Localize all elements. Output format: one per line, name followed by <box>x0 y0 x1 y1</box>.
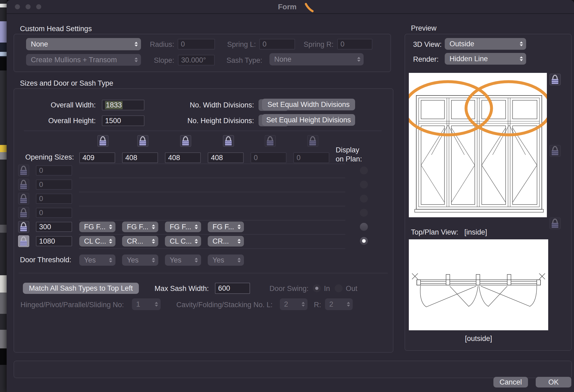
sash-bottom-4-select[interactable]: CR... <box>208 236 244 247</box>
render-select[interactable]: Hidden Line <box>445 53 526 65</box>
head-preset-select[interactable]: None <box>26 38 141 50</box>
grid-line <box>79 220 345 220</box>
grid-line <box>79 248 345 249</box>
bg-sliver <box>0 275 7 293</box>
width-opening-2-field[interactable]: 408 <box>122 152 158 163</box>
bg-sliver <box>0 348 7 365</box>
bg-sliver <box>0 145 7 152</box>
row-lock-3-icon[interactable] <box>550 218 561 229</box>
sash-bottom-3-select[interactable]: CL C... <box>165 236 201 247</box>
overall-width-field[interactable]: 1833 <box>102 100 144 110</box>
height-opening-1-field[interactable]: 0 <box>36 165 72 176</box>
view-3d-select[interactable]: Outside <box>445 38 526 50</box>
slope-field[interactable]: 30.000° <box>178 55 215 65</box>
height-opening-4-field[interactable]: 0 <box>36 208 72 218</box>
door-swing-in-label: In <box>324 285 330 293</box>
sash-top-3-select[interactable]: FG F... <box>165 222 201 232</box>
width-opening-6-field[interactable]: 0 <box>293 152 329 163</box>
plan-preview-image <box>409 239 548 330</box>
threshold-2-select[interactable]: Yes <box>122 255 158 266</box>
chevron-up-down-icon <box>135 57 138 62</box>
width-opening-5-field[interactable]: 0 <box>251 152 286 163</box>
width-lock-5-icon[interactable] <box>265 135 276 147</box>
width-lock-4-icon[interactable] <box>223 135 234 147</box>
height-lock-3-icon[interactable] <box>18 193 29 205</box>
hinged-no-value: 1 <box>136 300 140 308</box>
row-lock-2-icon[interactable] <box>550 145 561 157</box>
sash-type-select[interactable]: None <box>269 53 364 65</box>
display-plan-radio-1[interactable] <box>360 166 368 174</box>
height-opening-5-field[interactable]: 300 <box>36 222 72 232</box>
sash-bottom-1-select[interactable]: CL C... <box>79 236 115 247</box>
display-plan-radio-6[interactable] <box>360 237 368 245</box>
display-on-plan-label-2: on Plan: <box>336 155 362 163</box>
height-lock-5-icon[interactable] <box>18 221 29 233</box>
width-opening-3-field[interactable]: 408 <box>165 152 201 163</box>
orange-annotation-swoosh <box>304 3 314 12</box>
door-swing-in-radio[interactable] <box>313 284 321 292</box>
threshold-1-select[interactable]: Yes <box>79 255 115 266</box>
display-plan-radio-4[interactable] <box>360 209 368 217</box>
height-lock-2-icon[interactable] <box>18 179 29 190</box>
sash-type-label: Sash Type: <box>223 56 262 65</box>
sash-bottom-2-select[interactable]: CR... <box>122 236 158 247</box>
width-opening-1-field[interactable]: 409 <box>79 152 115 163</box>
spring-l-field[interactable]: 0 <box>259 39 295 49</box>
sash-top-2-select[interactable]: FG F... <box>122 222 158 232</box>
sash-top-3-value: FG F... <box>170 223 191 231</box>
height-lock-1-icon[interactable] <box>18 165 29 176</box>
display-plan-radio-2[interactable] <box>360 181 368 189</box>
height-divisions-label: No. Height Divisions: <box>170 117 254 125</box>
spring-r-field[interactable]: 0 <box>337 39 372 49</box>
chevron-up-down-icon <box>109 258 112 262</box>
display-plan-radio-5[interactable] <box>360 223 368 231</box>
door-swing-out-radio[interactable] <box>335 284 343 292</box>
set-equal-width-button[interactable]: Set Equal Width Divisions <box>262 99 355 110</box>
match-sash-types-button[interactable]: Match All Sash Types to Top Left <box>23 283 139 294</box>
view-3d-label: 3D View: <box>413 40 442 49</box>
threshold-4-select[interactable]: Yes <box>208 255 244 266</box>
stepper-chevrons-icon <box>347 302 350 307</box>
cavity-r-stepper[interactable]: 2 <box>325 298 353 310</box>
width-lock-3-icon[interactable] <box>180 135 191 147</box>
chevron-up-down-icon <box>357 57 360 62</box>
chevron-up-down-icon <box>195 239 198 244</box>
close-window-icon[interactable] <box>15 4 20 9</box>
cavity-l-stepper[interactable]: 2 <box>280 298 307 310</box>
overall-height-field[interactable]: 1500 <box>102 115 144 126</box>
spring-r-label: Spring R: <box>301 40 334 49</box>
bg-sliver <box>0 52 7 56</box>
sash-top-1-select[interactable]: FG F... <box>79 222 115 232</box>
threshold-3-select[interactable]: Yes <box>165 255 201 266</box>
door-swing-label: Door Swing: <box>269 285 309 293</box>
height-lock-6-icon[interactable] <box>18 235 29 247</box>
row-lock-1-icon[interactable] <box>550 74 561 85</box>
hinged-no-stepper[interactable]: 1 <box>132 298 161 310</box>
width-opening-4-field[interactable]: 408 <box>208 152 244 163</box>
threshold-1-value: Yes <box>84 256 96 264</box>
sash-top-4-select[interactable]: FG F... <box>208 222 244 232</box>
create-mullions-select[interactable]: Create Mullions + Transom <box>26 54 141 66</box>
width-lock-6-icon[interactable] <box>307 135 318 147</box>
cavity-l-value: 2 <box>284 300 288 308</box>
display-plan-radio-3[interactable] <box>360 195 368 203</box>
plan-outside-label: [outside] <box>409 335 548 343</box>
chevron-up-down-icon <box>152 239 155 244</box>
cancel-button[interactable]: Cancel <box>493 377 528 387</box>
chevron-up-down-icon <box>238 258 241 262</box>
width-lock-2-icon[interactable] <box>137 135 148 147</box>
ok-button[interactable]: OK <box>536 377 571 387</box>
height-opening-3-field[interactable]: 0 <box>36 194 72 204</box>
radius-field[interactable]: 0 <box>178 39 215 49</box>
set-equal-height-button[interactable]: Set Equal Height Divisions <box>262 114 355 126</box>
minimize-window-icon[interactable] <box>26 4 31 9</box>
zoom-window-icon[interactable] <box>36 4 41 9</box>
height-opening-6-field[interactable]: 1080 <box>36 236 72 246</box>
width-lock-1-icon[interactable] <box>97 135 109 147</box>
height-opening-2-field[interactable]: 0 <box>36 180 72 190</box>
height-lock-4-icon[interactable] <box>18 207 29 219</box>
sash-top-1-value: FG F... <box>84 223 106 231</box>
max-sash-width-field[interactable]: 600 <box>215 283 250 294</box>
overall-width-value: 1833 <box>105 101 123 109</box>
threshold-4-value: Yes <box>213 256 224 264</box>
